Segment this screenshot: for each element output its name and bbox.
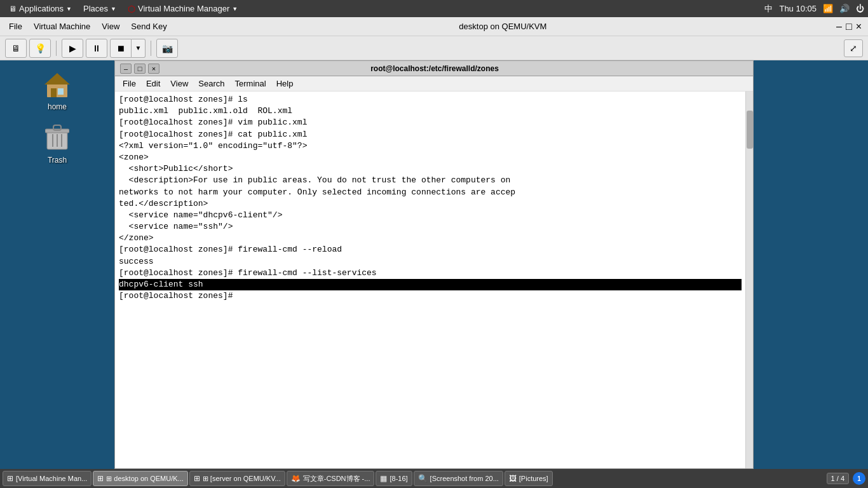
- volume-icon[interactable]: 🔊: [839, 4, 850, 13]
- vm-manager-menu[interactable]: ⬡ Virtual Machine Manager ▼: [123, 3, 243, 15]
- terminal-close-btn[interactable]: ×: [148, 64, 159, 74]
- terminal-terminal-menu[interactable]: Terminal: [230, 78, 271, 90]
- terminal-line: [root@localhost zones]# cat public.xml: [119, 129, 742, 140]
- taskbar-item-label-2: ⊞ [server on QEMU/KV...: [203, 475, 281, 483]
- vm-virtual-machine-menu[interactable]: Virtual Machine: [29, 20, 95, 33]
- terminal-line: success: [119, 256, 742, 268]
- vm-minimize-button[interactable]: –: [836, 22, 842, 32]
- main-area: home Trash – □ ×: [0, 60, 868, 469]
- terminal-line: [root@localhost zones]#: [119, 290, 742, 302]
- vm-icon: ⬡: [128, 4, 135, 14]
- terminal-title: root@localhost:/etc/firewalld/zones: [159, 64, 710, 73]
- terminal-line: ted.</description>: [119, 198, 742, 210]
- right-panel: [754, 60, 868, 469]
- wifi-icon[interactable]: 📶: [823, 4, 833, 13]
- toolbar-display-btn[interactable]: 🖥: [5, 39, 27, 58]
- taskbar-item-icon-6: 🖼: [509, 474, 517, 483]
- terminal-maximize-btn[interactable]: □: [134, 64, 146, 74]
- pager-circle[interactable]: 1: [853, 472, 865, 485]
- top-panel-right: 中 Thu 10:05 📶 🔊 ⏻: [764, 3, 864, 15]
- toolbar-screenshot-btn[interactable]: 📷: [156, 39, 178, 58]
- page-indicator: 1 / 4: [827, 473, 849, 484]
- terminal-minimize-btn[interactable]: –: [120, 64, 132, 74]
- top-panel-left: 🖥 Applications ▼ Places ▼ ⬡ Virtual Mach…: [4, 3, 243, 15]
- taskbar-item-icon-3: 🦊: [291, 474, 301, 483]
- home-icon: [42, 69, 72, 100]
- power-icon[interactable]: ⏻: [856, 4, 864, 13]
- svg-rect-2: [58, 88, 64, 95]
- vm-send-key-menu[interactable]: Send Key: [126, 20, 172, 33]
- taskbar-item-label-6: [Pictures]: [519, 475, 548, 482]
- applications-menu[interactable]: 🖥 Applications ▼: [4, 3, 77, 15]
- terminal-scrollbar[interactable]: [745, 92, 753, 468]
- taskbar-item-icon-2: ⊞: [194, 474, 200, 483]
- toolbar-stop-dropdown: ⏹ ▼: [110, 39, 146, 58]
- taskbar-item-label-5: [Screenshot from 20...: [430, 475, 499, 482]
- taskbar-item-2[interactable]: ⊞⊞ [server on QEMU/KV...: [189, 471, 285, 486]
- taskbar-item-3[interactable]: 🦊写文章-CSDN博客 -...: [287, 471, 375, 486]
- places-menu[interactable]: Places ▼: [78, 3, 121, 15]
- toolbar-expand-btn[interactable]: ⤢: [844, 39, 863, 57]
- home-icon-label: home: [48, 102, 67, 111]
- terminal-body[interactable]: [root@localhost zones]# lspublic.xml pub…: [115, 92, 745, 468]
- terminal-line: networks to not harm your computer. Only…: [119, 187, 742, 198]
- trash-icon-label: Trash: [48, 156, 67, 165]
- toolbar-sep-2: [151, 41, 151, 56]
- terminal-line: <short>Public</short>: [119, 163, 742, 175]
- taskbar-item-label-1: ⊞ desktop on QEMU/K...: [106, 475, 184, 483]
- vm-view-menu[interactable]: View: [97, 20, 125, 33]
- toolbar-bulb-btn[interactable]: 💡: [29, 39, 51, 58]
- applications-label: Applications: [19, 4, 64, 13]
- vm-window-title: desktop on QEMU/KVM: [176, 22, 830, 31]
- desktop-icon-home[interactable]: home: [39, 67, 75, 114]
- taskbar-item-5[interactable]: 🔍[Screenshot from 20...: [414, 471, 503, 486]
- vm-arrow: ▼: [232, 6, 238, 12]
- taskbar-item-icon-0: ⊞: [7, 474, 13, 483]
- desktop-sidebar: home Trash: [0, 60, 114, 469]
- toolbar-play-btn[interactable]: ▶: [62, 39, 83, 58]
- svg-rect-0: [47, 83, 67, 97]
- terminal-line: <zone>: [119, 152, 742, 163]
- taskbar-item-6[interactable]: 🖼[Pictures]: [505, 471, 553, 486]
- toolbar-stop-btn[interactable]: ⏹: [110, 39, 132, 58]
- terminal-highlighted-line: dhcpv6-client ssh: [119, 279, 742, 290]
- lang-icon[interactable]: 中: [764, 3, 773, 15]
- taskbar-item-0[interactable]: ⊞[Virtual Machine Man...: [3, 471, 92, 486]
- taskbar: ⊞[Virtual Machine Man...⊞⊞ desktop on QE…: [0, 469, 868, 488]
- taskbar-right: 1 / 4 1: [827, 472, 865, 485]
- trash-icon: [42, 123, 72, 153]
- svg-marker-3: [44, 73, 70, 85]
- applications-arrow: ▼: [66, 6, 72, 12]
- taskbar-item-4[interactable]: ▦[8-16]: [376, 471, 412, 486]
- toolbar-stop-arrow[interactable]: ▼: [132, 39, 146, 58]
- terminal-file-menu[interactable]: File: [118, 78, 141, 90]
- vm-manager-label: Virtual Machine Manager: [138, 4, 229, 13]
- terminal-view-menu[interactable]: View: [165, 78, 193, 90]
- svg-rect-1: [51, 88, 57, 97]
- terminal-line: </zone>: [119, 233, 742, 244]
- taskbar-item-label-0: [Virtual Machine Man...: [16, 475, 87, 482]
- terminal-help-menu[interactable]: Help: [271, 78, 299, 90]
- top-panel: 🖥 Applications ▼ Places ▼ ⬡ Virtual Mach…: [0, 0, 868, 17]
- toolbar-sep-1: [56, 41, 57, 56]
- terminal-titlebar: – □ × root@localhost:/etc/firewalld/zone…: [115, 61, 753, 76]
- vm-file-menu[interactable]: File: [4, 20, 27, 33]
- terminal-content: [root@localhost zones]# lspublic.xml pub…: [115, 92, 753, 468]
- taskbar-item-1[interactable]: ⊞⊞ desktop on QEMU/K...: [93, 471, 188, 486]
- vm-menu-bar: File Virtual Machine View Send Key deskt…: [0, 17, 868, 36]
- terminal-menubar: File Edit View Search Terminal Help: [115, 76, 753, 92]
- vm-close-button[interactable]: ×: [856, 22, 862, 32]
- desktop-icon-trash[interactable]: Trash: [39, 120, 75, 167]
- taskbar-item-icon-4: ▦: [380, 474, 387, 483]
- terminal-line: public.xml public.xml.old ROL.xml: [119, 105, 742, 117]
- terminal-line: [root@localhost zones]# firewall-cmd --r…: [119, 244, 742, 255]
- time-display: Thu 10:05: [779, 4, 817, 13]
- vm-toolbar: 🖥 💡 ▶ ⏸ ⏹ ▼ 📷 ⤢: [0, 36, 868, 60]
- toolbar-pause-btn[interactable]: ⏸: [86, 39, 107, 58]
- terminal-ctrl-group: – □ ×: [119, 64, 159, 74]
- vm-maximize-button[interactable]: □: [846, 22, 852, 32]
- terminal-search-menu[interactable]: Search: [193, 78, 229, 90]
- terminal-window: – □ × root@localhost:/etc/firewalld/zone…: [114, 60, 754, 469]
- terminal-edit-menu[interactable]: Edit: [141, 78, 165, 90]
- places-arrow: ▼: [111, 6, 116, 12]
